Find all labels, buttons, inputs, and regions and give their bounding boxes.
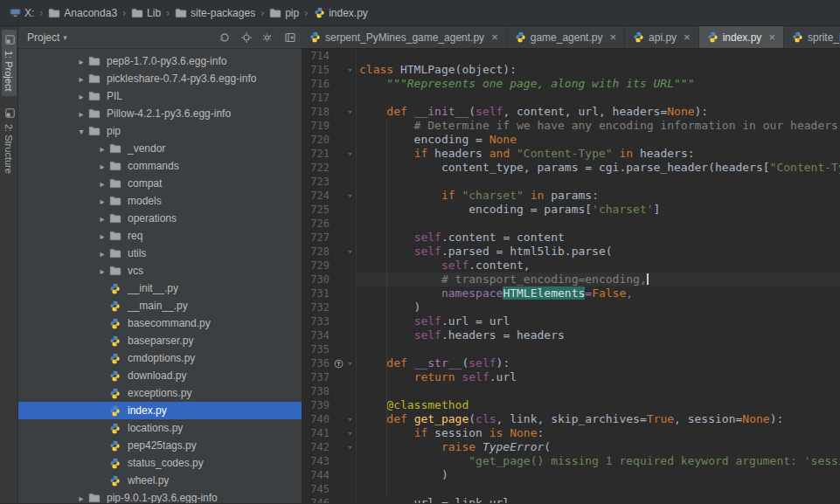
tree-item-pep425tags-py[interactable]: pep425tags.py [18,437,302,454]
tab-sprite-ident[interactable]: sprite_ident× [784,26,840,48]
line-number[interactable]: 728 [302,245,333,259]
line-number[interactable]: 729 [302,259,333,273]
line-number[interactable]: 716 [302,77,333,91]
tree-item-commands[interactable]: ▸commands [18,157,302,175]
breadcrumb-item-anaconda3[interactable]: Anaconda3 [45,5,121,21]
line-number[interactable]: 743 [302,454,333,468]
close-tab-icon[interactable]: × [491,31,498,43]
tree-item-pickleshare-0-7-4-py3-6-egg-info[interactable]: ▸pickleshare-0.7.4-py3.6.egg-info [18,70,302,87]
tree-item-pip[interactable]: ▾pip [18,122,302,140]
project-view-selector[interactable]: Project ▾ [27,31,67,44]
tree-item-basecommand-py[interactable]: basecommand.py [18,314,302,332]
chevron-collapsed-icon[interactable]: ▸ [95,231,109,241]
line-number[interactable]: 739 [302,398,333,412]
tree-item-download-py[interactable]: download.py [18,367,302,384]
code-line[interactable]: 741▾ if session is None: [302,426,840,440]
code-line[interactable]: 745 [302,482,840,496]
line-number[interactable]: 731 [302,287,333,300]
fold-arrow-icon[interactable]: ▾ [344,245,356,259]
line-number[interactable]: 740 [302,412,333,426]
tree-item-index-py[interactable]: index.py [18,402,302,419]
chevron-collapsed-icon[interactable]: ▸ [74,109,88,119]
code-line[interactable]: 719 # Determine if we have any encoding … [302,119,840,133]
tree-item-pil[interactable]: ▸PIL [18,87,302,105]
tab-serpent-pymines-game-agent-py[interactable]: serpent_PyMines_game_agent.py× [302,26,507,48]
chevron-collapsed-icon[interactable]: ▸ [95,266,109,276]
line-number[interactable]: 719 [302,119,333,133]
tree-item-req[interactable]: ▸req [18,227,302,245]
code-line[interactable]: 739 @classmethod [302,398,840,412]
tree-item-init-py[interactable]: __init__.py [18,280,302,297]
breadcrumb-item-pip[interactable]: pip [266,5,302,21]
tree-item-pillow-4-2-1-py3-6-egg-info[interactable]: ▸Pillow-4.2.1-py3.6.egg-info [18,105,302,122]
fold-arrow-icon[interactable]: ▾ [344,412,356,426]
code-line[interactable]: 722 content_type, params = cgi.parse_hea… [302,161,840,175]
code-line[interactable]: 721▾ if headers and "Content-Type" in he… [302,147,840,161]
line-number[interactable]: 745 [302,482,333,496]
tab-game-agent-py[interactable]: game_agent.py× [507,26,625,48]
code-line[interactable]: 744 ) [302,468,840,482]
code-line[interactable]: 726 [302,217,840,231]
code-line[interactable]: 732 ) [302,300,840,314]
tree-item-wheel-py[interactable]: wheel.py [18,472,302,489]
tree-item-main-py[interactable]: __main__.py [18,297,302,314]
code-line[interactable]: 720 encoding = None [302,133,840,147]
tab-index-py[interactable]: index.py× [699,26,784,48]
chevron-collapsed-icon[interactable]: ▸ [74,92,88,101]
chevron-collapsed-icon[interactable]: ▸ [95,179,109,189]
line-number[interactable]: 722 [302,161,333,175]
line-number[interactable]: 744 [302,468,333,482]
code-line[interactable]: 718▾ def __init__(self, content, url, he… [302,105,840,119]
line-number[interactable]: 738 [302,384,333,398]
line-number[interactable]: 717 [302,91,333,105]
fold-arrow-icon[interactable]: ▾ [344,426,356,440]
locate-icon[interactable] [240,31,253,44]
line-number[interactable]: 742 [302,440,333,454]
tree-item-status-codes-py[interactable]: status_codes.py [18,454,302,472]
tree-item-locations-py[interactable]: locations.py [18,419,302,437]
line-number[interactable]: 727 [302,231,333,245]
line-number[interactable]: 720 [302,133,333,147]
line-number[interactable]: 724 [302,189,333,203]
code-line[interactable]: 746 url = link.url [302,496,840,503]
line-number[interactable]: 734 [302,328,333,342]
code-line[interactable]: 724▾ if "charset" in params: [302,189,840,203]
tree-item-utils[interactable]: ▸utils [18,245,302,262]
close-tab-icon[interactable]: × [768,31,775,43]
line-number[interactable]: 735 [302,342,333,356]
code-line[interactable]: 740▾ def get_page(cls, link, skip_archiv… [302,412,840,426]
fold-arrow-icon[interactable]: ▾ [344,147,356,161]
chevron-collapsed-icon[interactable]: ▸ [95,197,109,206]
tab-api-py[interactable]: api.py× [625,26,699,48]
chevron-collapsed-icon[interactable]: ▸ [95,162,109,171]
tool-window-button-1-project[interactable]: 1: Project [2,30,17,96]
fold-arrow-icon[interactable]: ▾ [344,356,356,370]
tree-item-vcs[interactable]: ▸vcs [18,262,302,280]
chevron-collapsed-icon[interactable]: ▸ [74,494,88,503]
fold-arrow-icon[interactable]: ▾ [344,63,356,77]
chevron-collapsed-icon[interactable]: ▸ [95,249,109,259]
code-line[interactable]: 730 # transport_encoding=encoding, [302,273,840,287]
code-line[interactable]: 725 encoding = params['charset'] [302,203,840,217]
hide-icon[interactable] [283,31,296,44]
tree-item-pep8-1-7-0-py3-6-egg-info[interactable]: ▸pep8-1.7.0-py3.6.egg-info [18,52,302,70]
line-number[interactable]: 746 [302,496,333,503]
tree-item-cmdoptions-py[interactable]: cmdoptions.py [18,349,302,367]
line-number[interactable]: 715 [302,63,333,77]
chevron-collapsed-icon[interactable]: ▸ [74,57,88,66]
fold-arrow-icon[interactable]: ▾ [344,440,356,454]
line-number[interactable]: 741 [302,426,333,440]
line-number[interactable]: 718 [302,105,333,119]
tool-window-button-2-structure[interactable]: 2: Structure [2,103,17,179]
code-line[interactable]: 717 [302,91,840,105]
code-line[interactable]: 728▾ self.parsed = html5lib.parse( [302,245,840,259]
line-number[interactable]: 736 [302,356,333,370]
line-number[interactable]: 732 [302,300,333,314]
chevron-collapsed-icon[interactable]: ▸ [95,214,109,224]
code-line[interactable]: 742▾ raise TypeError( [302,440,840,454]
tree-item-vendor[interactable]: ▸_vendor [18,140,302,157]
close-tab-icon[interactable]: × [684,31,691,43]
breadcrumb-item-site-packages[interactable]: site-packages [171,5,259,21]
tree-item-pip-9-0-1-py3-6-egg-info[interactable]: ▸pip-9.0.1-py3.6.egg-info [18,489,302,503]
code-line[interactable]: 737 return self.url [302,370,840,384]
